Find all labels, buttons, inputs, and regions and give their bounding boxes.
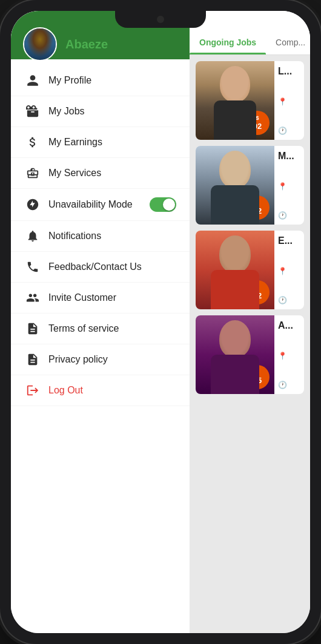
price-dollar-2: $: [256, 200, 259, 206]
notifications-label: Notifications: [48, 231, 101, 242]
sidebar-item-notifications[interactable]: Notifications: [11, 221, 190, 252]
feedback-label: Feedback/Contact Us: [48, 261, 142, 272]
terms-icon: [24, 322, 41, 335]
jobs-list: $ 92 L... 📍 🕐: [190, 55, 310, 633]
sidebar-item-invite[interactable]: Invite Customer: [11, 283, 190, 314]
job-detail-7: 📍: [278, 352, 299, 360]
toggle-switch[interactable]: [150, 197, 176, 212]
sidebar-item-my-profile[interactable]: My Profile: [11, 65, 190, 96]
logout-label: Log Out: [48, 385, 83, 396]
phone-frame: Abaeze My Profile My Jobs: [0, 0, 321, 644]
sidebar-item-feedback[interactable]: Feedback/Contact Us: [11, 252, 190, 283]
my-profile-label: My Profile: [48, 75, 91, 86]
unavail-icon: [24, 198, 41, 211]
time-icon-1: 🕐: [278, 126, 287, 135]
invite-label: Invite Customer: [48, 292, 116, 303]
sidebar-item-my-services[interactable]: My Services: [11, 158, 190, 189]
phone-icon: [24, 260, 41, 274]
job-photo-1: $ 92: [196, 61, 274, 140]
sidebar-item-terms[interactable]: Terms of service: [11, 314, 190, 344]
toggle-circle: [163, 199, 175, 211]
job-photo-2: $ 22: [196, 146, 274, 225]
main-content: Ongoing Jobs Comp... $ 92: [190, 11, 310, 633]
job-info-1: L... 📍 🕐: [274, 61, 304, 140]
job-info-4: A... 📍 🕐: [274, 315, 304, 394]
price-badge-1: $ 92: [245, 111, 270, 135]
price-dollar-4: $: [256, 369, 259, 376]
logout-icon: [24, 384, 41, 397]
location-icon-4: 📍: [278, 352, 287, 360]
person-icon: [24, 74, 41, 87]
price-badge-4: $ 65: [245, 365, 270, 389]
avatar-image: [24, 28, 56, 60]
services-icon: [24, 166, 41, 180]
tab-ongoing[interactable]: Ongoing Jobs: [190, 30, 266, 54]
job-info-3: E... 📍 🕐: [274, 231, 304, 309]
unavailability-toggle[interactable]: [150, 197, 176, 212]
tab-completed-label: Comp...: [276, 38, 305, 47]
sidebar-item-unavailability[interactable]: Unavailability Mode: [11, 189, 190, 221]
location-icon-2: 📍: [278, 182, 287, 191]
job-detail-6: 🕐: [278, 296, 299, 304]
price-badge-2: $ 22: [245, 196, 270, 220]
tab-completed[interactable]: Comp...: [266, 30, 310, 54]
my-earnings-label: My Earnings: [48, 137, 102, 148]
job-name-3: E...: [278, 235, 299, 246]
price-num-3: 92: [253, 291, 262, 301]
sidebar-item-my-earnings[interactable]: My Earnings: [11, 127, 190, 158]
table-row[interactable]: $ 92 L... 📍 🕐: [196, 61, 304, 140]
tabs-bar: Ongoing Jobs Comp...: [190, 11, 310, 55]
table-row[interactable]: $ 22 M... 📍 🕐: [196, 146, 304, 225]
job-name-4: A...: [278, 320, 299, 331]
time-icon-4: 🕐: [278, 381, 287, 389]
invite-icon: [24, 291, 41, 304]
camera-dot: [157, 16, 164, 23]
location-icon-3: 📍: [278, 267, 287, 275]
my-services-label: My Services: [48, 168, 101, 179]
work-icon: [24, 105, 41, 118]
privacy-icon: [24, 353, 41, 366]
job-photo-4: $ 65: [196, 315, 274, 394]
sidebar-item-privacy[interactable]: Privacy policy: [11, 344, 190, 375]
notch: [115, 11, 206, 28]
avatar: [23, 27, 57, 61]
screen-content: Abaeze My Profile My Jobs: [11, 11, 310, 633]
price-num-1: 92: [253, 122, 262, 131]
job-detail-5: 📍: [278, 267, 299, 275]
location-icon-1: 📍: [278, 97, 287, 106]
job-detail-2: 🕐: [278, 126, 299, 135]
table-row[interactable]: $ 65 A... 📍 🕐: [196, 315, 304, 394]
job-name-2: M...: [278, 151, 299, 162]
job-detail-1: 📍: [278, 97, 299, 106]
user-name: Abaeze: [65, 38, 108, 51]
job-detail-4: 🕐: [278, 211, 299, 220]
sidebar-item-logout[interactable]: Log Out: [11, 375, 190, 406]
bell-icon: [24, 229, 41, 243]
tab-ongoing-label: Ongoing Jobs: [199, 38, 256, 47]
my-jobs-label: My Jobs: [48, 106, 85, 117]
job-info-2: M... 📍 🕐: [274, 146, 304, 225]
sidebar: Abaeze My Profile My Jobs: [11, 11, 190, 633]
time-icon-3: 🕐: [278, 296, 287, 304]
job-detail-3: 📍: [278, 182, 299, 191]
terms-label: Terms of service: [48, 323, 119, 334]
price-dollar-3: $: [256, 284, 259, 291]
job-detail-8: 🕐: [278, 381, 299, 389]
table-row[interactable]: $ 92 E... 📍 🕐: [196, 231, 304, 309]
price-num-4: 65: [253, 376, 262, 386]
earnings-icon: [24, 136, 41, 149]
menu-items: My Profile My Jobs My Earnings: [11, 59, 190, 412]
unavailability-label: Unavailability Mode: [48, 199, 133, 210]
price-dollar-1: $: [256, 115, 259, 122]
price-num-2: 22: [253, 206, 262, 216]
job-name-1: L...: [278, 66, 299, 77]
job-photo-3: $ 92: [196, 231, 274, 309]
privacy-label: Privacy policy: [48, 354, 108, 365]
price-badge-3: $ 92: [245, 280, 270, 304]
phone-screen: Abaeze My Profile My Jobs: [11, 11, 310, 633]
time-icon-2: 🕐: [278, 211, 287, 220]
sidebar-item-my-jobs[interactable]: My Jobs: [11, 96, 190, 127]
